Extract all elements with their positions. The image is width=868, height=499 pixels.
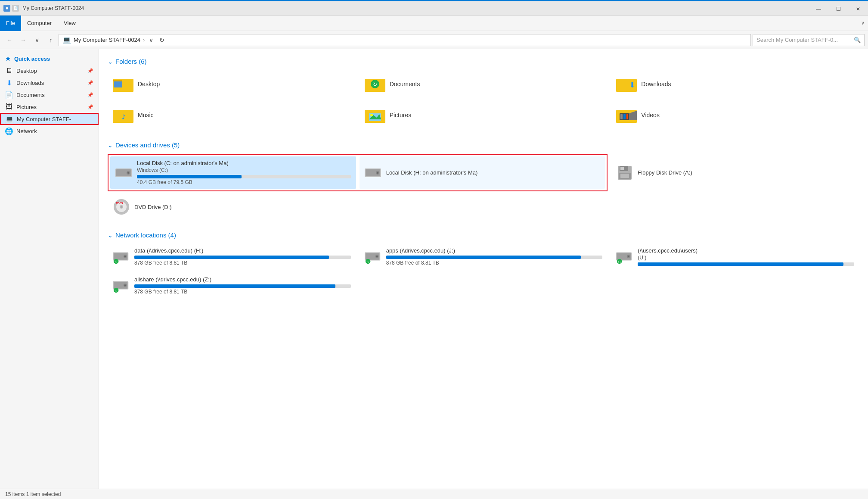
maximize-button[interactable]: ☐ [828, 1, 848, 17]
folder-item-music[interactable]: ♪ Music [108, 101, 356, 129]
network-item-users-u[interactable]: ↑↓ (\\users.cpcc.edu\users) (U:) [611, 244, 859, 269]
net-j-free: 878 GB free of 8.81 TB [386, 260, 603, 266]
dvd-d-icon: DVD [113, 198, 130, 215]
folder-item-videos[interactable]: Videos [611, 101, 859, 129]
network-section-label: Network locations (4) [115, 231, 176, 239]
device-floppy-a[interactable]: Floppy Disk Drive (A:) [611, 154, 859, 191]
sidebar-downloads-label: Downloads [16, 80, 84, 86]
address-dropdown[interactable]: ∨ [147, 37, 155, 44]
title-bar-icons: ■ 📄 [3, 5, 19, 12]
device-c-bar-container [137, 175, 351, 178]
net-u-icon: ↑↓ [616, 248, 633, 265]
status-bar: 15 items 1 item selected [0, 489, 868, 499]
folder-music-icon: ♪ [113, 105, 133, 125]
menu-view[interactable]: View [58, 16, 82, 31]
device-h-info: Local Disk (H: on administrator's Ma) [386, 169, 600, 176]
sidebar: ★ Quick access 🖥 Desktop 📌 ⬇ Downloads 📌… [0, 49, 99, 489]
svg-rect-23 [620, 114, 623, 119]
nav-dropdown[interactable]: ∨ [31, 34, 43, 46]
pin-icon-pictures: 📌 [87, 104, 93, 110]
app-icon-2: 📄 [12, 5, 19, 12]
address-path[interactable]: 💻 My Computer STAFF-0024 › ∨ ↻ [59, 34, 751, 46]
folder-item-downloads[interactable]: ⬇ Downloads [611, 70, 859, 98]
svg-rect-38 [620, 174, 629, 178]
address-path-text: My Computer STAFF-0024 [74, 37, 140, 43]
net-j-info: apps (\\drives.cpcc.edu) (J:) 878 GB fre… [386, 247, 603, 266]
minimize-button[interactable]: — [809, 1, 828, 17]
device-c-bar [137, 175, 242, 178]
forward-button[interactable]: → [17, 34, 29, 46]
sidebar-item-documents[interactable]: 📄 Documents 📌 [0, 89, 99, 101]
menu-file[interactable]: File [0, 16, 21, 31]
search-box[interactable]: Search My Computer STAFF-0... 🔍 [753, 34, 865, 46]
network-icon: 🌐 [5, 127, 13, 135]
folder-desktop-name: Desktop [138, 81, 160, 87]
net-u-info: (\\users.cpcc.edu\users) (U:) [638, 247, 854, 266]
quick-access-label: Quick access [14, 56, 50, 62]
folder-item-documents[interactable]: ↻ Documents [360, 70, 608, 98]
device-local-c[interactable]: Local Disk (C: on administrator's Ma) Wi… [110, 156, 356, 189]
network-item-data-h[interactable]: ↑↓ data (\\drives.cpcc.edu) (H:) 878 GB … [108, 244, 356, 269]
back-button[interactable]: ← [3, 34, 16, 46]
net-h-bar [134, 256, 329, 259]
svg-text:↑↓: ↑↓ [115, 260, 118, 264]
device-c-detail: Windows (C:) [137, 167, 351, 173]
net-h-icon: ↑↓ [113, 248, 130, 265]
device-dvd-info: DVD Drive (D:) [134, 204, 351, 210]
title-bar-text: My Computer STAFF-0024 [22, 5, 865, 11]
title-bar: ■ 📄 My Computer STAFF-0024 — ☐ ✕ [0, 0, 868, 16]
pin-icon-downloads: 📌 [87, 80, 93, 86]
folder-item-pictures[interactable]: Pictures [360, 101, 608, 129]
refresh-button[interactable]: ↻ [158, 37, 166, 44]
sidebar-mycomputer-label: My Computer STAFF- [17, 116, 93, 122]
svg-text:↑↓: ↑↓ [115, 289, 118, 293]
net-z-name: allshare (\\drives.cpcc.edu) (Z:) [134, 276, 351, 283]
divider-2 [108, 226, 859, 226]
folder-documents-icon: ↻ [365, 74, 385, 94]
svg-point-65 [124, 284, 126, 286]
status-text: 15 items 1 item selected [5, 491, 61, 497]
documents-icon: 📄 [5, 91, 13, 99]
net-z-info: allshare (\\drives.cpcc.edu) (Z:) 878 GB… [134, 276, 351, 295]
folder-downloads-icon: ⬇ [616, 74, 637, 94]
pin-icon-documents: 📌 [87, 92, 93, 98]
folder-desktop-icon [113, 74, 133, 94]
mycomputer-icon: 💻 [6, 115, 13, 123]
svg-rect-3 [113, 80, 122, 81]
folders-section-header: Folders (6) [108, 58, 859, 65]
net-h-free: 878 GB free of 8.81 TB [134, 260, 351, 266]
sidebar-network-label: Network [16, 128, 93, 134]
net-j-bar [386, 256, 581, 259]
network-grid: ↑↓ data (\\drives.cpcc.edu) (H:) 878 GB … [108, 244, 859, 298]
net-h-info: data (\\drives.cpcc.edu) (H:) 878 GB fre… [134, 247, 351, 266]
folder-documents-name: Documents [390, 81, 420, 87]
address-bar: ← → ∨ ↑ 💻 My Computer STAFF-0024 › ∨ ↻ S… [0, 31, 868, 49]
menu-computer[interactable]: Computer [21, 16, 58, 31]
sidebar-item-desktop[interactable]: 🖥 Desktop 📌 [0, 65, 99, 77]
close-button[interactable]: ✕ [848, 1, 868, 17]
svg-text:DVD: DVD [116, 201, 123, 205]
svg-text:↻: ↻ [373, 81, 377, 87]
sidebar-item-quick-access: ★ Quick access [0, 53, 99, 65]
device-dvd-d[interactable]: DVD DVD Drive (D:) [108, 195, 356, 219]
net-u-detail: (U:) [638, 255, 854, 261]
menu-bar: File Computer View ∨ [0, 16, 868, 31]
network-item-allshare-z[interactable]: ↑↓ allshare (\\drives.cpcc.edu) (Z:) 878… [108, 273, 356, 298]
device-local-h[interactable]: Local Disk (H: on administrator's Ma) [360, 156, 605, 189]
svg-point-29 [127, 172, 129, 174]
svg-point-53 [376, 256, 378, 257]
search-placeholder: Search My Computer STAFF-0... [756, 37, 838, 43]
folder-item-desktop[interactable]: Desktop [108, 70, 356, 98]
svg-rect-24 [623, 114, 626, 119]
sidebar-item-pictures[interactable]: 🖼 Pictures 📌 [0, 101, 99, 113]
network-section-header: Network locations (4) [108, 231, 859, 239]
highlighted-devices-wrapper: Local Disk (C: on administrator's Ma) Wi… [108, 154, 608, 191]
sidebar-item-downloads[interactable]: ⬇ Downloads 📌 [0, 77, 99, 89]
downloads-icon: ⬇ [5, 79, 13, 87]
sidebar-item-network[interactable]: 🌐 Network [0, 125, 99, 137]
network-item-apps-j[interactable]: ↑↓ apps (\\drives.cpcc.edu) (J:) 878 GB … [360, 244, 608, 269]
sidebar-item-mycomputer[interactable]: 💻 My Computer STAFF- [0, 113, 99, 125]
folder-pictures-icon [365, 105, 385, 125]
up-button[interactable]: ↑ [45, 34, 57, 46]
device-c-name: Local Disk (C: on administrator's Ma) [137, 160, 351, 166]
